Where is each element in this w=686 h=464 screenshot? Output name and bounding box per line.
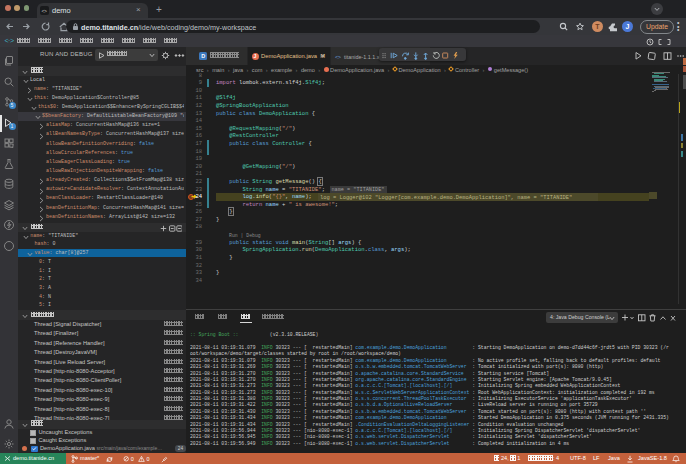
svg-text:0: 0 bbox=[131, 456, 134, 462]
svg-text:0: 0 bbox=[147, 456, 150, 462]
